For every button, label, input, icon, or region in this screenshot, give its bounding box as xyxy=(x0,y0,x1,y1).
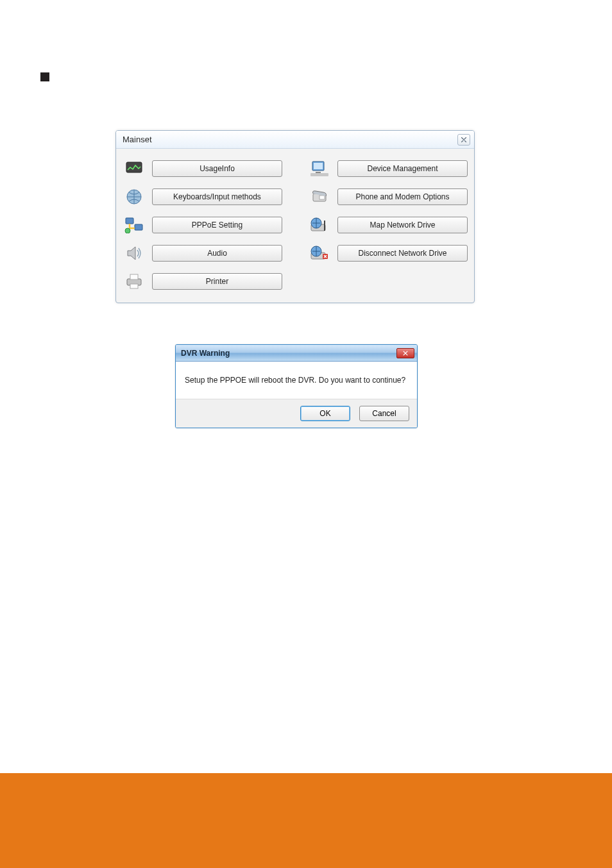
row-audio: Audio xyxy=(123,244,282,263)
row-printer: Printer xyxy=(123,272,282,291)
close-icon[interactable] xyxy=(457,134,470,146)
disconnect-drive-icon xyxy=(308,244,331,263)
row-usageinfo: UsageInfo xyxy=(123,159,282,178)
mainset-body: UsageInfo Device Management Keyboards/In… xyxy=(116,149,474,303)
printer-icon xyxy=(123,272,146,291)
dvr-titlebar: DVR Warning xyxy=(176,345,417,362)
phone-modem-icon xyxy=(308,187,331,206)
svg-rect-13 xyxy=(324,221,325,231)
row-pppoe: PPPoE Setting xyxy=(123,215,282,235)
audio-button[interactable]: Audio xyxy=(152,245,282,262)
svg-rect-9 xyxy=(135,224,142,230)
row-map-drive: Map Network Drive xyxy=(308,215,468,235)
monitor-icon xyxy=(123,159,146,178)
dvr-warning-message: Setup the PPPOE will reboot the DVR. Do … xyxy=(176,362,417,399)
network-icon xyxy=(123,215,146,235)
mainset-titlebar: Mainset xyxy=(116,131,474,149)
map-drive-icon xyxy=(308,215,331,235)
row-disconnect-drive: Disconnect Network Drive xyxy=(308,244,468,263)
mainset-window: Mainset UsageInfo Device Management Keyb… xyxy=(115,130,475,303)
bullet-square xyxy=(40,72,49,81)
phone-modem-button[interactable]: Phone and Modem Options xyxy=(337,188,468,205)
map-network-drive-button[interactable]: Map Network Drive xyxy=(337,217,468,233)
row-phone-modem: Phone and Modem Options xyxy=(308,187,468,206)
svg-rect-2 xyxy=(314,163,323,169)
keyboards-button[interactable]: Keyboards/Input methods xyxy=(152,188,282,205)
row-keyboards: Keyboards/Input methods xyxy=(123,187,282,206)
dvr-warning-title: DVR Warning xyxy=(181,349,230,358)
computer-icon xyxy=(308,159,331,178)
svg-rect-8 xyxy=(126,218,133,224)
close-icon[interactable] xyxy=(396,348,414,358)
globe-icon xyxy=(123,187,146,206)
usageinfo-button[interactable]: UsageInfo xyxy=(152,160,282,177)
device-management-button[interactable]: Device Management xyxy=(337,160,468,177)
svg-rect-18 xyxy=(130,274,138,280)
row-device-mgmt: Device Management xyxy=(308,159,468,178)
dvr-footer: OK Cancel xyxy=(176,399,417,428)
svg-point-10 xyxy=(125,228,130,233)
svg-rect-7 xyxy=(319,196,325,199)
printer-button[interactable]: Printer xyxy=(152,273,282,290)
footer-bar xyxy=(0,773,612,868)
disconnect-network-drive-button[interactable]: Disconnect Network Drive xyxy=(337,245,468,262)
cancel-button[interactable]: Cancel xyxy=(359,406,409,421)
dvr-warning-dialog: DVR Warning Setup the PPPOE will reboot … xyxy=(175,344,418,428)
svg-rect-19 xyxy=(130,284,138,288)
svg-rect-4 xyxy=(310,173,328,176)
mainset-title: Mainset xyxy=(123,135,152,144)
speaker-icon xyxy=(123,244,146,263)
ok-button[interactable]: OK xyxy=(300,406,350,421)
pppoe-setting-button[interactable]: PPPoE Setting xyxy=(152,217,282,233)
